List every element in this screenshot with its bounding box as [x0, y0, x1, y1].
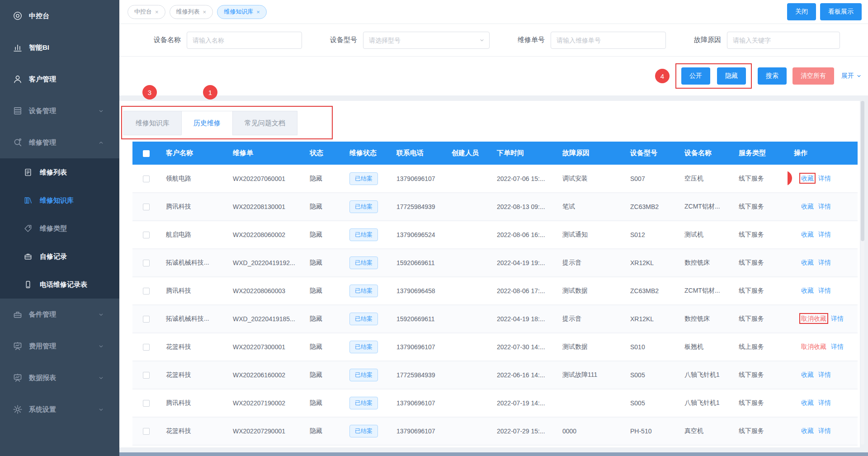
row-checkbox[interactable] [143, 260, 150, 266]
row-checkbox[interactable] [143, 232, 150, 238]
horizontal-scrollbar[interactable] [119, 452, 868, 456]
favorite-link[interactable]: 收藏 [801, 175, 814, 182]
detail-link[interactable]: 详情 [818, 399, 831, 406]
sidebar-item-phone-repair-log[interactable]: 电话维修记录表 [0, 271, 119, 299]
row-checkbox[interactable] [143, 344, 150, 351]
tag-label: 维修知识库 [224, 8, 253, 16]
detail-link[interactable]: 详情 [818, 175, 831, 182]
row-checkbox[interactable] [143, 176, 150, 182]
chevron-down-icon [98, 407, 104, 413]
favorite-link[interactable]: 收藏 [801, 231, 814, 238]
list-icon [24, 168, 33, 177]
sidebar-item-repair[interactable]: 维修管理 [0, 127, 119, 158]
filter-order-no: 维修单号 [518, 32, 666, 49]
row-checkbox[interactable] [143, 428, 150, 435]
status-badge: 已结案 [349, 397, 378, 409]
sidebar-item-self-repair[interactable]: 自修记录 [0, 242, 119, 271]
annotation-circle-1: 1 [203, 85, 217, 100]
device-model-select[interactable] [363, 32, 490, 49]
favorite-link[interactable]: 收藏 [801, 371, 814, 378]
board-chart-icon [13, 373, 23, 383]
favorite-link[interactable]: 收藏 [801, 399, 814, 406]
sidebar-item-device[interactable]: 设备管理 [0, 95, 119, 127]
table-row: 花篮科技 WX202207290001 隐藏 已结案 13790696107 2… [132, 417, 858, 445]
detail-link[interactable]: 详情 [831, 315, 844, 322]
tabs-wrap: 维修知识库 历史维修 常见问题文档 [119, 101, 860, 135]
vertical-scrollbar[interactable] [861, 101, 864, 445]
tab-history-repair[interactable]: 历史维修 [181, 111, 233, 135]
select-all-checkbox[interactable] [143, 150, 150, 157]
order-no-input[interactable] [551, 32, 666, 49]
board-display-button[interactable]: 看板展示 [820, 3, 862, 20]
col-header-status: 状态 [303, 142, 343, 165]
favorite-link[interactable]: 收藏 [801, 259, 814, 266]
favorite-link[interactable]: 收藏 [801, 203, 814, 210]
device-name-input[interactable] [187, 32, 302, 49]
row-checkbox[interactable] [143, 400, 150, 407]
sidebar-item-label: 数据报表 [29, 374, 56, 382]
detail-link[interactable]: 详情 [818, 203, 831, 210]
col-header-order: 维修单 [226, 142, 303, 165]
tag-label: 中控台 [134, 8, 152, 16]
status-badge: 已结案 [349, 200, 378, 213]
close-icon[interactable]: × [155, 9, 159, 15]
hide-button[interactable]: 隐藏 [717, 67, 746, 85]
unfavorite-link[interactable]: 取消收藏 [801, 315, 826, 322]
order-no-label: 维修单号 [518, 36, 545, 44]
chevron-down-icon [98, 375, 104, 381]
scrollbar-thumb[interactable] [861, 101, 864, 241]
row-checkbox[interactable] [143, 316, 150, 323]
sidebar-item-repair-list[interactable]: 维修列表 [0, 158, 119, 186]
status-badge: 已结案 [349, 369, 378, 381]
close-page-button[interactable]: 关闭 [787, 3, 816, 20]
sidebar-item-parts[interactable]: 备件管理 [0, 299, 119, 330]
favorite-link[interactable]: 收藏 [801, 287, 814, 294]
status-badge: 已结案 [349, 341, 378, 353]
table-row: 腾讯科技 WX202208060003 隐藏 已结案 13790696458 2… [132, 277, 858, 305]
customer-icon [13, 74, 23, 84]
tab-faq-docs[interactable]: 常见问题文档 [232, 111, 297, 135]
fault-input[interactable] [727, 32, 840, 49]
detail-link[interactable]: 详情 [818, 259, 831, 266]
favorite-link[interactable]: 收藏 [801, 427, 814, 434]
sidebar-item-repair-type[interactable]: 维修类型 [0, 214, 119, 242]
public-button[interactable]: 公开 [681, 67, 710, 85]
row-checkbox[interactable] [143, 288, 150, 294]
sidebar-item-report[interactable]: 数据报表 [0, 362, 119, 394]
col-header-ops: 操作 [788, 142, 858, 165]
page-tag-repair-list[interactable]: 维修列表× [170, 5, 213, 19]
detail-link[interactable]: 详情 [818, 427, 831, 434]
sidebar-item-label: 客户管理 [29, 75, 56, 84]
page-tag-console[interactable]: 中控台× [127, 5, 165, 19]
expand-link[interactable]: 展开 [841, 72, 862, 80]
sidebar-item-label: 维修类型 [40, 224, 67, 233]
row-checkbox[interactable] [143, 372, 150, 379]
table-row: 航启电路 WX202208060002 隐藏 已结案 13790696524 2… [132, 221, 858, 249]
sidebar-item-knowledge-base[interactable]: 维修知识库 [0, 186, 119, 214]
sidebar-item-settings[interactable]: 系统设置 [0, 394, 119, 425]
top-panel: 中控台× 维修列表× 维修知识库× 关闭 看板展示 设备名称 设备型号 [119, 0, 868, 95]
page-tag-knowledge-base[interactable]: 维修知识库× [217, 5, 267, 19]
detail-link[interactable]: 详情 [818, 371, 831, 378]
search-button[interactable]: 搜索 [758, 67, 787, 85]
expand-label: 展开 [841, 72, 854, 80]
detail-link[interactable]: 详情 [831, 343, 844, 350]
clear-all-button[interactable]: 清空所有 [793, 67, 834, 85]
sidebar-item-customer[interactable]: 客户管理 [0, 63, 119, 95]
chevron-down-icon [856, 73, 862, 79]
status-badge: 已结案 [349, 256, 378, 269]
sidebar-item-label: 自修记录 [40, 252, 67, 261]
sidebar-item-fee[interactable]: 费用管理 [0, 330, 119, 362]
sidebar-item-console[interactable]: 中控台 [0, 0, 119, 32]
close-icon[interactable]: × [256, 9, 260, 15]
tab-tag-bar: 中控台× 维修列表× 维修知识库× 关闭 看板展示 [119, 0, 868, 24]
table-row: 花篮科技 WX202207300001 隐藏 已结案 13790696107 2… [132, 333, 858, 361]
detail-link[interactable]: 详情 [818, 231, 831, 238]
unfavorite-link[interactable]: 取消收藏 [801, 343, 826, 350]
row-checkbox[interactable] [143, 204, 150, 210]
detail-link[interactable]: 详情 [818, 287, 831, 294]
close-icon[interactable]: × [203, 9, 207, 15]
sidebar-item-bi[interactable]: 智能BI [0, 32, 119, 63]
chevron-down-icon [98, 108, 104, 114]
tab-knowledge-base[interactable]: 维修知识库 [123, 111, 182, 135]
